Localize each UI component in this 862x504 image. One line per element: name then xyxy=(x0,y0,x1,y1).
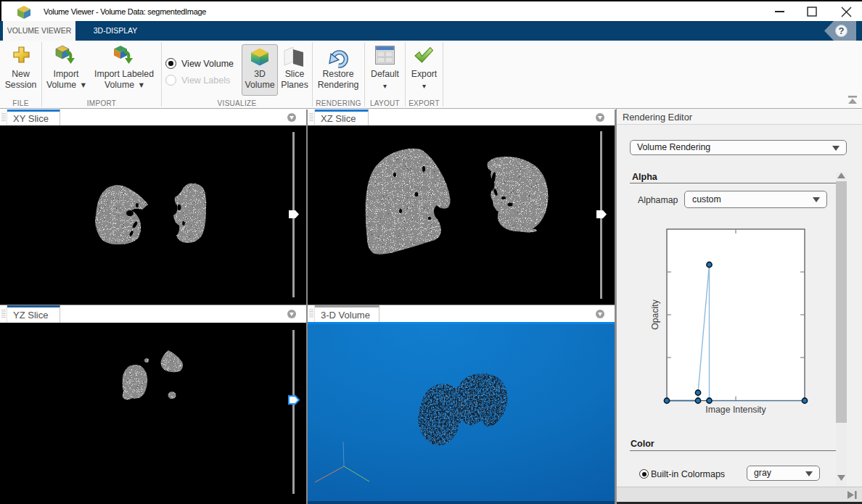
svg-text:Opacity: Opacity xyxy=(650,299,660,330)
svg-text:?: ? xyxy=(839,25,845,36)
svg-text:Image Intensity: Image Intensity xyxy=(705,405,766,415)
